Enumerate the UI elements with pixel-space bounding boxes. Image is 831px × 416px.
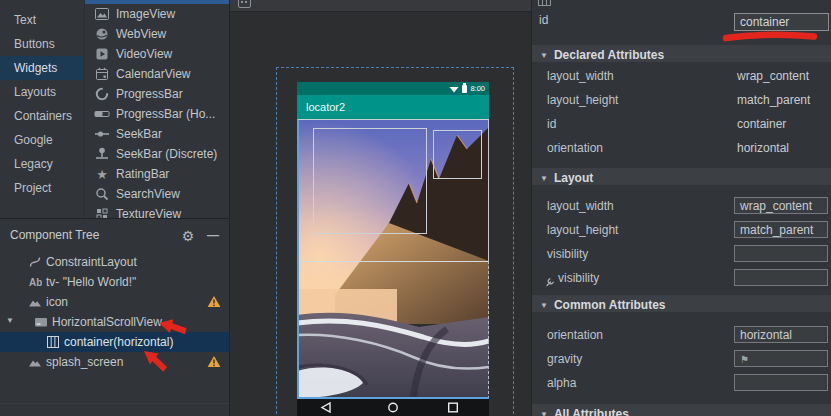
section-all-attributes[interactable]: ▼All Attributes bbox=[532, 404, 831, 416]
device-app-bar: locator2 bbox=[297, 95, 489, 119]
section-declared-attributes[interactable]: ▼Declared Attributes bbox=[532, 45, 831, 62]
flag-icon[interactable]: ⚑ bbox=[740, 354, 749, 365]
section-title: Layout bbox=[554, 171, 593, 185]
attr-value[interactable]: horizontal bbox=[737, 136, 789, 160]
device-icon[interactable] bbox=[238, 0, 251, 8]
gear-icon[interactable]: ⚙ bbox=[179, 227, 197, 245]
id-input[interactable]: container bbox=[734, 13, 829, 31]
palette-widget-seekbar-discrete[interactable]: SeekBar (Discrete) bbox=[85, 144, 229, 164]
attr-row-gravity: gravity ⚑ bbox=[532, 347, 831, 371]
attr-label: layout_width bbox=[547, 194, 614, 218]
attr-label: visibility bbox=[558, 266, 599, 290]
palette-widget-progressbar-horizontal[interactable]: ProgressBar (Ho... bbox=[85, 104, 229, 124]
palette-widget-label: ProgressBar bbox=[116, 87, 183, 101]
section-title: Common Attributes bbox=[554, 298, 666, 312]
device-preview[interactable]: 8:00 locator2 bbox=[297, 82, 489, 416]
attr-value-input[interactable]: ⚑ bbox=[734, 350, 828, 367]
panel-footer-divider bbox=[0, 403, 229, 404]
palette-widget-textureview[interactable]: TextureView bbox=[85, 204, 229, 218]
videoview-icon bbox=[94, 46, 110, 62]
attr-label: layout_height bbox=[547, 88, 618, 112]
palette-category-legacy[interactable]: Legacy bbox=[0, 152, 84, 176]
device-status-bar: 8:00 bbox=[297, 82, 489, 95]
searchview-icon bbox=[94, 186, 110, 202]
attr-value-input[interactable] bbox=[734, 374, 828, 391]
textview-icon: Ab bbox=[28, 275, 42, 289]
palette-widget-label: VideoView bbox=[116, 47, 172, 61]
section-common-attributes[interactable]: ▼Common Attributes bbox=[532, 295, 831, 312]
palette-widget-searchview[interactable]: SearchView bbox=[85, 184, 229, 204]
attr-value-input[interactable]: horizontal bbox=[734, 326, 828, 343]
ratingbar-icon: ★ bbox=[94, 166, 110, 182]
section-title: Declared Attributes bbox=[554, 48, 664, 62]
attr-label: layout_width bbox=[547, 64, 614, 88]
palette-widget-ratingbar[interactable]: ★ RatingBar bbox=[85, 164, 229, 184]
palette-widget-imageview[interactable]: ImageView bbox=[85, 4, 229, 24]
wifi-icon bbox=[449, 84, 459, 93]
attr-value[interactable]: container bbox=[737, 112, 786, 136]
palette-category-text[interactable]: Text bbox=[0, 8, 84, 32]
calendarview-icon bbox=[94, 66, 110, 82]
tree-item-horizontalscrollview[interactable]: ▼ HorizontalScrollView bbox=[0, 312, 229, 332]
svg-text:Ab: Ab bbox=[29, 277, 42, 288]
palette-widget-videoview[interactable]: VideoView bbox=[85, 44, 229, 64]
palette-and-tree-panel: Text Buttons Widgets Layouts Containers … bbox=[0, 0, 230, 416]
textureview-icon bbox=[94, 206, 110, 218]
palette-category-containers[interactable]: Containers bbox=[0, 104, 84, 128]
horizontalscrollview-icon bbox=[34, 315, 48, 329]
tree-item-container-horizontal[interactable]: container(horizontal) bbox=[0, 332, 229, 352]
palette-widget-label: TextureView bbox=[116, 207, 181, 218]
attr-row-id: id container bbox=[532, 8, 831, 32]
palette-category-layouts[interactable]: Layouts bbox=[0, 80, 84, 104]
recents-icon bbox=[449, 403, 458, 412]
app-title: locator2 bbox=[306, 101, 345, 113]
attr-row-orientation-declared: orientation horizontal bbox=[532, 136, 831, 160]
palette-widget-label: SeekBar bbox=[116, 127, 162, 141]
palette-widget-seekbar[interactable]: SeekBar bbox=[85, 124, 229, 144]
attr-row-layout-width: layout_width wrap_content bbox=[532, 64, 831, 88]
palette-category-google[interactable]: Google bbox=[0, 128, 84, 152]
section-layout[interactable]: ▼Layout bbox=[532, 168, 831, 185]
chevron-expanded-icon[interactable]: ▼ bbox=[6, 316, 14, 325]
attr-value-input[interactable] bbox=[734, 245, 828, 262]
attr-value[interactable]: wrap_content bbox=[737, 64, 809, 88]
palette-category-project[interactable]: Project bbox=[0, 176, 84, 200]
tree-item-label: container(horizontal) bbox=[64, 335, 173, 349]
section-title: All Attributes bbox=[554, 407, 629, 416]
palette-widget-progressbar[interactable]: ProgressBar bbox=[85, 84, 229, 104]
tree-item-tv[interactable]: Ab tv- "Hello World!" bbox=[0, 272, 229, 292]
attr-label: alpha bbox=[547, 371, 576, 395]
preview-image bbox=[297, 119, 489, 399]
tree-item-label: HorizontalScrollView bbox=[52, 315, 162, 329]
attr-row-tools-visibility: visibility bbox=[532, 266, 831, 290]
attr-value-input[interactable] bbox=[734, 269, 828, 286]
seekbar-icon bbox=[94, 126, 110, 142]
palette-category-widgets[interactable]: Widgets bbox=[0, 56, 84, 80]
palette-widget-webview[interactable]: WebView bbox=[85, 24, 229, 44]
palette-widget-calendarview[interactable]: CalendarView bbox=[85, 64, 229, 84]
design-canvas[interactable]: 8:00 locator2 bbox=[230, 0, 531, 416]
warning-icon[interactable] bbox=[207, 295, 221, 311]
attr-value-input[interactable]: match_parent bbox=[734, 221, 828, 238]
device-nav-bar bbox=[297, 399, 489, 416]
palette-category-buttons[interactable]: Buttons bbox=[0, 32, 84, 56]
tree-item-label: icon bbox=[46, 295, 68, 309]
palette-widget-label: SearchView bbox=[116, 187, 180, 201]
attr-label: layout_height bbox=[547, 218, 618, 242]
tree-item-label: tv- "Hello World!" bbox=[46, 275, 136, 289]
tree-item-constraintlayout[interactable]: ConstraintLayout bbox=[0, 252, 229, 272]
attr-value[interactable]: match_parent bbox=[737, 88, 810, 112]
component-tree-header: Component Tree ⚙ — bbox=[0, 219, 229, 252]
attr-label: id bbox=[547, 112, 556, 136]
hide-panel-icon[interactable]: — bbox=[204, 227, 222, 245]
tree-item-icon[interactable]: icon bbox=[0, 292, 229, 312]
attr-row-layout-height-2: layout_height match_parent bbox=[532, 218, 831, 242]
attr-value-input[interactable]: wrap_content bbox=[734, 197, 828, 214]
palette-widget-list: ImageView WebView VideoView CalendarView… bbox=[84, 0, 229, 218]
chevron-down-icon: ▼ bbox=[540, 410, 548, 416]
canvas-toolbar-strip bbox=[230, 0, 531, 12]
tree-item-splash-screen[interactable]: splash_screen bbox=[0, 352, 229, 372]
palette-widget-label: ProgressBar (Ho... bbox=[116, 107, 215, 121]
wrench-icon bbox=[545, 273, 555, 291]
warning-icon[interactable] bbox=[207, 355, 221, 371]
